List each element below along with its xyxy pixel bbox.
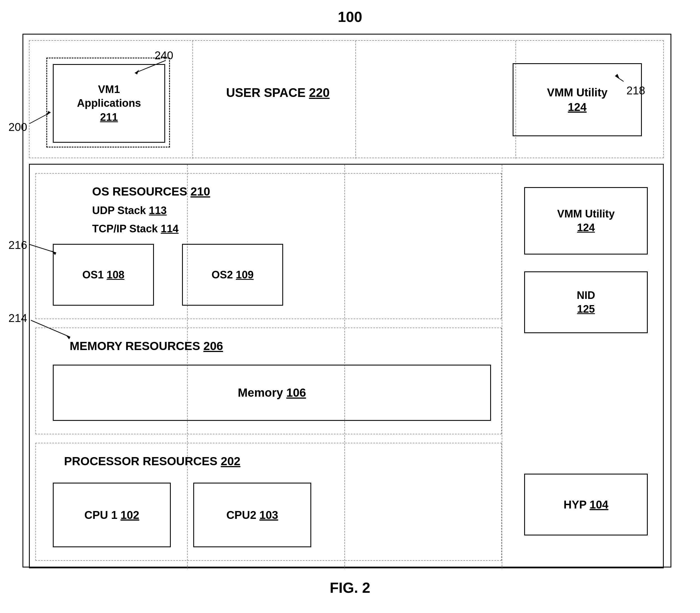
vm1-apps-label: VM1 Applications 211 (77, 82, 141, 124)
memory-resources-box: MEMORY RESOURCES 206 Memory 106 (36, 328, 502, 434)
cpu1-box: CPU 1 102 (53, 483, 171, 547)
diagram-title: 100 (338, 9, 362, 25)
os-resources-label: OS RESOURCES 210 (92, 185, 210, 198)
box-main-inner: OS RESOURCES 210 UDP Stack 113 TCP/IP St… (29, 164, 664, 568)
vm1-apps-outer: VM1 Applications 211 (47, 57, 170, 147)
os2-box: OS2 109 (182, 244, 283, 306)
vmm-utility-mid: VMM Utility 124 (524, 187, 648, 255)
vmm-utility-top: VMM Utility 124 (513, 63, 642, 136)
tcp-stack-label: TCP/IP Stack 114 (92, 223, 179, 235)
vm1-apps-inner: VM1 Applications 211 (53, 64, 165, 143)
cpu2-box: CPU2 103 (193, 483, 311, 547)
os2-label: OS2 109 (212, 269, 254, 281)
vmm-utility-top-label: VMM Utility 124 (547, 85, 608, 114)
vline-2 (355, 41, 356, 159)
cpu1-label: CPU 1 102 (84, 509, 139, 521)
box-main-200: VM1 Applications 211 USER SPACE 220 VMM … (23, 34, 671, 568)
os-resources-box: OS RESOURCES 210 UDP Stack 113 TCP/IP St… (36, 173, 502, 319)
processor-resources-box: PROCESSOR RESOURCES 202 CPU 1 102 CPU2 1… (36, 443, 502, 561)
hyp-box: HYP 104 (524, 474, 648, 535)
diagram: 100 FIG. 2 200 218 240 216 214 VM1 Appli… (0, 0, 700, 613)
memory-resources-label: MEMORY RESOURCES 206 (70, 339, 223, 353)
memory-box: Memory 106 (53, 365, 491, 421)
user-space-label: USER SPACE 220 (226, 86, 330, 100)
cpu2-label: CPU2 103 (226, 509, 278, 521)
os1-label: OS1 108 (82, 269, 124, 281)
os1-box: OS1 108 (53, 244, 154, 306)
user-space-section: VM1 Applications 211 USER SPACE 220 VMM … (29, 40, 664, 158)
nid-box: NID 125 (524, 271, 648, 333)
udp-stack-label: UDP Stack 113 (92, 205, 167, 217)
inner-vline-3 (502, 165, 502, 569)
fig-label: FIG. 2 (330, 579, 370, 596)
vmm-utility-mid-label: VMM Utility 124 (557, 207, 615, 235)
memory-label: Memory 106 (238, 386, 306, 400)
vline-1 (193, 41, 193, 159)
nid-label: NID 125 (577, 288, 595, 316)
hyp-label: HYP 104 (564, 498, 608, 511)
processor-resources-label: PROCESSOR RESOURCES 202 (64, 455, 240, 468)
